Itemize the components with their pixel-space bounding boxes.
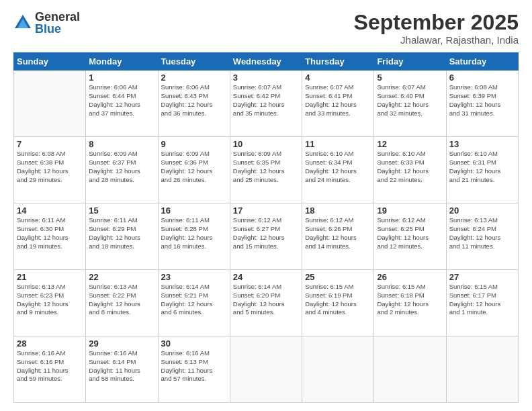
day-number: 25 [305, 272, 371, 282]
header-row: SundayMondayTuesdayWednesdayThursdayFrid… [14, 53, 519, 71]
calendar-cell: 2Sunrise: 6:06 AM Sunset: 6:43 PM Daylig… [158, 71, 230, 137]
day-number: 8 [89, 139, 154, 149]
day-info: Sunrise: 6:11 AM Sunset: 6:28 PM Dayligh… [161, 216, 227, 250]
day-info: Sunrise: 6:11 AM Sunset: 6:30 PM Dayligh… [17, 216, 83, 250]
day-info: Sunrise: 6:13 AM Sunset: 6:24 PM Dayligh… [449, 216, 515, 250]
calendar-cell: 15Sunrise: 6:11 AM Sunset: 6:29 PM Dayli… [86, 203, 158, 270]
day-info: Sunrise: 6:15 AM Sunset: 6:19 PM Dayligh… [305, 283, 371, 317]
calendar-cell: 3Sunrise: 6:07 AM Sunset: 6:42 PM Daylig… [230, 71, 302, 137]
header-cell-wednesday: Wednesday [230, 53, 302, 71]
logo-icon [13, 13, 32, 32]
header-cell-saturday: Saturday [446, 53, 518, 71]
day-number: 1 [89, 73, 154, 83]
calendar-cell: 25Sunrise: 6:15 AM Sunset: 6:19 PM Dayli… [302, 270, 374, 336]
calendar-cell: 27Sunrise: 6:15 AM Sunset: 6:17 PM Dayli… [446, 270, 518, 336]
day-number: 29 [89, 338, 154, 349]
day-number: 26 [377, 272, 443, 282]
day-number: 14 [17, 205, 83, 216]
header-cell-sunday: Sunday [14, 53, 86, 71]
day-number: 7 [17, 139, 83, 149]
day-number: 27 [449, 272, 515, 282]
day-info: Sunrise: 6:16 AM Sunset: 6:13 PM Dayligh… [161, 349, 227, 383]
day-info: Sunrise: 6:10 AM Sunset: 6:33 PM Dayligh… [377, 150, 443, 184]
calendar-cell: 18Sunrise: 6:12 AM Sunset: 6:26 PM Dayli… [302, 203, 374, 270]
day-number: 22 [89, 272, 154, 282]
day-number: 10 [233, 139, 299, 149]
day-number: 9 [161, 139, 227, 149]
calendar-week-3: 21Sunrise: 6:13 AM Sunset: 6:23 PM Dayli… [14, 270, 519, 336]
day-number: 23 [161, 272, 227, 282]
day-number: 2 [161, 73, 227, 83]
day-number: 28 [17, 338, 83, 349]
calendar-cell: 16Sunrise: 6:11 AM Sunset: 6:28 PM Dayli… [158, 203, 230, 270]
day-number: 5 [377, 73, 443, 83]
day-info: Sunrise: 6:10 AM Sunset: 6:34 PM Dayligh… [305, 150, 371, 184]
calendar-header: SundayMondayTuesdayWednesdayThursdayFrid… [14, 53, 519, 71]
location-subtitle: Jhalawar, Rajasthan, India [354, 34, 519, 46]
logo-blue: Blue [35, 23, 80, 35]
calendar-week-2: 14Sunrise: 6:11 AM Sunset: 6:30 PM Dayli… [14, 203, 519, 270]
month-title: September 2025 [354, 11, 519, 34]
day-number: 12 [377, 139, 443, 149]
calendar-cell [374, 336, 446, 403]
day-info: Sunrise: 6:10 AM Sunset: 6:31 PM Dayligh… [449, 150, 515, 184]
calendar-week-0: 1Sunrise: 6:06 AM Sunset: 6:44 PM Daylig… [14, 71, 519, 137]
header-cell-tuesday: Tuesday [158, 53, 230, 71]
calendar-body: 1Sunrise: 6:06 AM Sunset: 6:44 PM Daylig… [14, 71, 519, 403]
calendar-cell: 17Sunrise: 6:12 AM Sunset: 6:27 PM Dayli… [230, 203, 302, 270]
calendar-cell: 22Sunrise: 6:13 AM Sunset: 6:22 PM Dayli… [86, 270, 158, 336]
day-info: Sunrise: 6:09 AM Sunset: 6:36 PM Dayligh… [161, 150, 227, 184]
calendar-cell: 9Sunrise: 6:09 AM Sunset: 6:36 PM Daylig… [158, 137, 230, 203]
day-number: 11 [305, 139, 371, 149]
calendar-cell: 28Sunrise: 6:16 AM Sunset: 6:16 PM Dayli… [14, 336, 86, 403]
logo-text: General Blue [35, 11, 80, 35]
calendar-cell: 21Sunrise: 6:13 AM Sunset: 6:23 PM Dayli… [14, 270, 86, 336]
logo: General Blue [13, 11, 80, 35]
calendar-cell: 6Sunrise: 6:08 AM Sunset: 6:39 PM Daylig… [446, 71, 518, 137]
day-info: Sunrise: 6:09 AM Sunset: 6:35 PM Dayligh… [233, 150, 299, 184]
calendar-cell: 20Sunrise: 6:13 AM Sunset: 6:24 PM Dayli… [446, 203, 518, 270]
title-block: September 2025 Jhalawar, Rajasthan, Indi… [354, 11, 519, 46]
day-number: 20 [449, 205, 515, 216]
calendar-cell: 4Sunrise: 6:07 AM Sunset: 6:41 PM Daylig… [302, 71, 374, 137]
calendar-cell: 19Sunrise: 6:12 AM Sunset: 6:25 PM Dayli… [374, 203, 446, 270]
day-info: Sunrise: 6:13 AM Sunset: 6:22 PM Dayligh… [89, 283, 154, 317]
calendar-cell: 1Sunrise: 6:06 AM Sunset: 6:44 PM Daylig… [86, 71, 158, 137]
day-number: 3 [233, 73, 299, 83]
header: General Blue September 2025 Jhalawar, Ra… [13, 11, 519, 46]
calendar-cell: 7Sunrise: 6:08 AM Sunset: 6:38 PM Daylig… [14, 137, 86, 203]
calendar-cell: 23Sunrise: 6:14 AM Sunset: 6:21 PM Dayli… [158, 270, 230, 336]
calendar-cell: 11Sunrise: 6:10 AM Sunset: 6:34 PM Dayli… [302, 137, 374, 203]
calendar-cell: 10Sunrise: 6:09 AM Sunset: 6:35 PM Dayli… [230, 137, 302, 203]
day-info: Sunrise: 6:11 AM Sunset: 6:29 PM Dayligh… [89, 216, 154, 250]
calendar-cell [302, 336, 374, 403]
calendar-cell: 29Sunrise: 6:16 AM Sunset: 6:14 PM Dayli… [86, 336, 158, 403]
day-info: Sunrise: 6:16 AM Sunset: 6:14 PM Dayligh… [89, 349, 154, 383]
calendar-cell: 24Sunrise: 6:14 AM Sunset: 6:20 PM Dayli… [230, 270, 302, 336]
day-number: 13 [449, 139, 515, 149]
day-number: 21 [17, 272, 83, 282]
day-number: 15 [89, 205, 154, 216]
calendar-cell: 12Sunrise: 6:10 AM Sunset: 6:33 PM Dayli… [374, 137, 446, 203]
day-info: Sunrise: 6:07 AM Sunset: 6:40 PM Dayligh… [377, 83, 443, 118]
logo-general: General [35, 11, 80, 23]
page: General Blue September 2025 Jhalawar, Ra… [0, 0, 532, 411]
calendar-week-4: 28Sunrise: 6:16 AM Sunset: 6:16 PM Dayli… [14, 336, 519, 403]
day-info: Sunrise: 6:06 AM Sunset: 6:43 PM Dayligh… [161, 83, 227, 118]
day-number: 18 [305, 205, 371, 216]
calendar-cell [14, 71, 86, 137]
calendar-cell: 26Sunrise: 6:15 AM Sunset: 6:18 PM Dayli… [374, 270, 446, 336]
calendar-week-1: 7Sunrise: 6:08 AM Sunset: 6:38 PM Daylig… [14, 137, 519, 203]
day-number: 17 [233, 205, 299, 216]
header-cell-friday: Friday [374, 53, 446, 71]
day-info: Sunrise: 6:06 AM Sunset: 6:44 PM Dayligh… [89, 83, 154, 118]
day-number: 30 [161, 338, 227, 349]
header-cell-thursday: Thursday [302, 53, 374, 71]
day-info: Sunrise: 6:15 AM Sunset: 6:17 PM Dayligh… [449, 283, 515, 317]
day-number: 24 [233, 272, 299, 282]
calendar-cell: 5Sunrise: 6:07 AM Sunset: 6:40 PM Daylig… [374, 71, 446, 137]
calendar-cell: 8Sunrise: 6:09 AM Sunset: 6:37 PM Daylig… [86, 137, 158, 203]
day-info: Sunrise: 6:08 AM Sunset: 6:38 PM Dayligh… [17, 150, 83, 184]
day-info: Sunrise: 6:13 AM Sunset: 6:23 PM Dayligh… [17, 283, 83, 317]
day-info: Sunrise: 6:15 AM Sunset: 6:18 PM Dayligh… [377, 283, 443, 317]
